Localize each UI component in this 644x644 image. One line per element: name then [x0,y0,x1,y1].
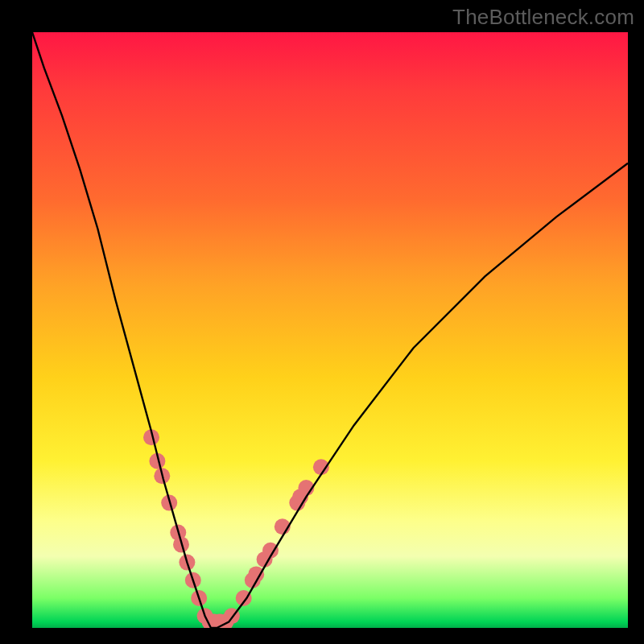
bottleneck-curve [32,32,628,628]
watermark-text: TheBottleneck.com [452,5,634,30]
plot-area [32,32,628,628]
curve-svg [32,32,628,628]
marker-group [143,429,329,628]
chart-frame: TheBottleneck.com [0,0,644,644]
